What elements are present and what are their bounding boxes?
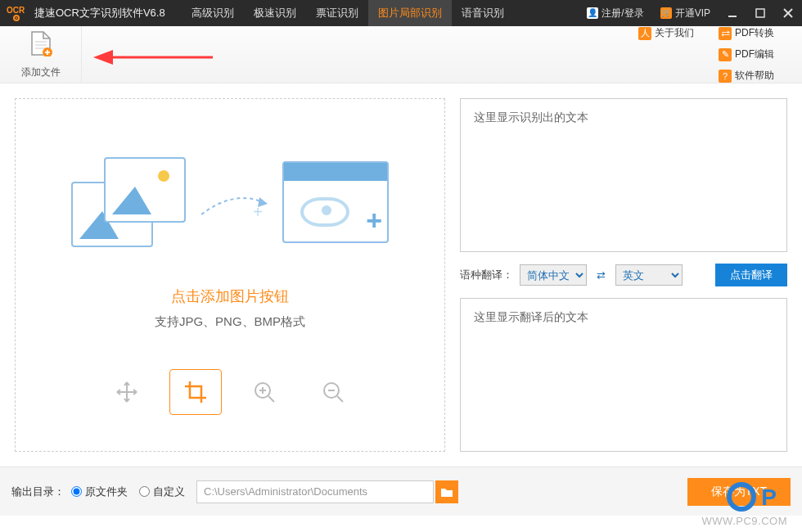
translated-result-box[interactable]: 这里显示翻译后的文本 [460,298,787,452]
pdf-convert-label: PDF转换 [735,26,774,40]
pdf-edit-label: PDF编辑 [735,47,774,61]
nav-image-part[interactable]: 图片局部识别 [368,0,452,26]
svg-text:OCR: OCR [7,6,25,15]
drop-zone[interactable]: + + 点击添加图片按钮 支持JPG、PNG、BMP格式 [15,98,445,452]
swap-lang-button[interactable]: ⇄ [593,269,609,282]
browse-folder-button[interactable] [435,480,458,503]
folder-icon [440,486,453,498]
image-stack-icon [71,157,186,247]
translate-controls: 语种翻译： 简体中文 ⇄ 英文 点击翻译 [460,264,787,286]
radio-original[interactable]: 原文件夹 [71,485,128,499]
lang-from-select[interactable]: 简体中文 [520,264,587,286]
help-label: 软件帮助 [735,69,774,83]
svg-line-15 [268,396,274,402]
illustration: + + [71,141,389,264]
about-label: 关于我们 [655,26,694,40]
radio-original-label: 原文件夹 [85,485,128,499]
translate-button[interactable]: 点击翻译 [715,264,787,286]
svg-rect-4 [756,9,764,17]
add-file-button[interactable]: 添加文件 [0,26,82,83]
file-add-icon [29,30,53,62]
radio-custom[interactable]: 自定义 [139,485,185,499]
output-label: 输出目录： [11,485,65,499]
nav-voice[interactable]: 语音识别 [452,0,514,26]
radio-custom-label: 自定义 [153,485,185,499]
user-icon: 👤 [587,7,598,19]
prompt-title: 点击添加图片按钮 [171,286,289,306]
nav-fast[interactable]: 极速识别 [244,0,306,26]
about-link[interactable]: 人关于我们 [638,24,714,43]
help-link[interactable]: ?软件帮助 [719,66,794,86]
arrow-dots-icon: + [197,186,271,219]
svg-point-2 [16,17,17,19]
watermark-logo: P [727,485,777,514]
person-icon: 人 [638,27,651,40]
watermark-url: WWW.PC9.COM [702,515,787,527]
pdf-edit-link[interactable]: ✎PDF编辑 [719,45,794,65]
preview-box-icon: + [282,161,389,243]
bottom-bar: 输出目录： 原文件夹 自定义 保存为TXT [0,467,802,516]
convert-icon: ⮂ [719,27,732,40]
app-logo: OCR [0,5,34,21]
hint-arrow-icon [90,49,221,65]
result-panel: 这里显示识别出的文本 语种翻译： 简体中文 ⇄ 英文 点击翻译 这里显示翻译后的… [460,98,787,452]
radio-original-input[interactable] [71,486,82,497]
add-file-label: 添加文件 [21,65,61,79]
prompt-sub: 支持JPG、PNG、BMP格式 [155,314,305,330]
pdf-convert-link[interactable]: ⮂PDF转换 [719,24,794,43]
move-tool[interactable] [109,374,145,410]
help-icon: ? [719,70,732,83]
nav-advanced[interactable]: 高级识别 [182,0,244,26]
image-tools [109,374,351,410]
quick-links: 人关于我们 ⮂PDF转换 ✎PDF编辑 ?软件帮助 [630,17,802,92]
zoom-in-tool[interactable] [246,374,282,410]
zoom-out-tool[interactable] [315,374,351,410]
toolbar: 添加文件 人关于我们 ⮂PDF转换 ✎PDF编辑 ?软件帮助 [0,26,802,83]
output-path-input[interactable] [196,480,434,503]
main-area: + + 点击添加图片按钮 支持JPG、PNG、BMP格式 这里显示识别出的文本 … [0,83,802,467]
app-title: 捷速OCR文字识别软件V6.8 [34,6,182,20]
edit-icon: ✎ [719,48,732,61]
radio-custom-input[interactable] [139,486,150,497]
main-nav: 高级识别 极速识别 票证识别 图片局部识别 语音识别 [182,0,514,26]
nav-ticket[interactable]: 票证识别 [306,0,368,26]
crop-tool[interactable] [178,374,214,410]
translate-label: 语种翻译： [460,268,513,282]
ocr-result-box[interactable]: 这里显示识别出的文本 [460,98,787,252]
svg-line-19 [337,396,343,402]
lang-to-select[interactable]: 英文 [615,264,683,286]
